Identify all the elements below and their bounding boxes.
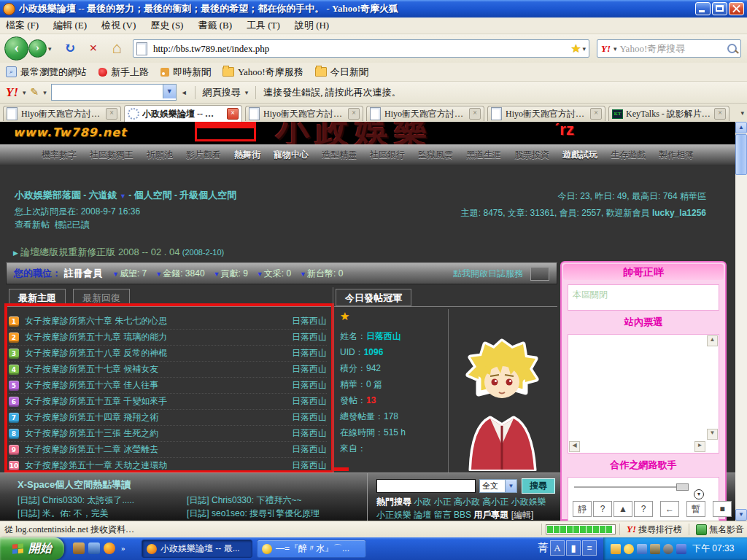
bookmark-today-news[interactable]: 今日新聞	[315, 66, 368, 79]
blog-service-icon[interactable]	[530, 267, 549, 281]
forum-search-input[interactable]	[376, 479, 476, 493]
player-volume-icon[interactable]: ▾	[694, 489, 704, 499]
menu-history[interactable]: 歷史 (S)	[150, 19, 183, 32]
network-tray-icon[interactable]	[637, 544, 647, 554]
tab-close-icon[interactable]: ×	[348, 108, 360, 120]
scroll-down-icon[interactable]: ▼	[707, 429, 718, 440]
xspace-entry[interactable]: [日誌] seo1seo: 搜尋引擎優化原理	[187, 508, 320, 520]
tab-today-champion[interactable]: 今日發帖冠軍	[336, 289, 411, 306]
player-seek-bar[interactable]	[574, 486, 684, 488]
tab-close-icon[interactable]: ×	[469, 108, 481, 120]
player-stop-button[interactable]: ■	[713, 501, 732, 517]
menu-file[interactable]: 檔案 (F)	[6, 19, 39, 32]
nav-link[interactable]: 社區銀行	[370, 149, 405, 161]
nav-link[interactable]: 遊戲試玩	[562, 149, 597, 161]
tab-3[interactable]: Hiyo衝天跑官方討… ×	[245, 106, 363, 121]
nav-link[interactable]: 製作相簿	[659, 149, 694, 161]
quicklaunch-overflow-icon[interactable]: »	[121, 543, 125, 552]
close-button[interactable]	[729, 2, 744, 15]
nav-link[interactable]: 監獄風雲	[418, 149, 453, 161]
tab-4[interactable]: Hiyo衝天跑官方討… ×	[366, 106, 484, 121]
open-blog-link[interactable]: 點我開啟日誌服務	[453, 268, 523, 280]
yahoo-menu-dropdown-icon[interactable]: ▾	[23, 89, 26, 96]
menu-view[interactable]: 檢視 (V)	[101, 19, 136, 32]
reload-button[interactable]: ↻	[61, 39, 79, 57]
scrollbar-down-icon[interactable]: ▼	[735, 509, 747, 521]
alert-tray-icon[interactable]	[650, 544, 660, 554]
wretch-video-status[interactable]: 無名影音	[693, 524, 747, 536]
poll-box[interactable]: ▲ ▼ ◀ ►	[568, 334, 719, 454]
search-engine-dropdown-icon[interactable]: ▾	[614, 45, 617, 52]
hot-search-links[interactable]: 小正娛樂 論壇 留言 BBS	[376, 510, 471, 520]
yahoo-search-box[interactable]: Y! ▾ Yahoo!奇摩搜尋	[597, 39, 741, 58]
url-bar[interactable]: ★ ▾	[133, 39, 589, 58]
combo-dropdown-icon[interactable]: ▼	[163, 85, 176, 98]
yahoo-toolbar-search-input[interactable]: ▼	[51, 84, 177, 101]
breadcrumb-site[interactable]: 小政娛樂部落園	[15, 190, 81, 201]
tab-list-dropdown-icon[interactable]: ▾	[740, 109, 744, 117]
task-button-forum[interactable]: 小政娛樂論壇 -- 最...	[142, 540, 252, 558]
scroll-up-icon[interactable]: ▲	[707, 335, 718, 346]
ime-toolbar-icon[interactable]: ≡	[582, 540, 597, 556]
player-seek-handle[interactable]	[676, 483, 689, 491]
bookmark-latest-news[interactable]: 即時新聞	[160, 66, 211, 79]
quicklaunch-icon-2[interactable]	[88, 542, 100, 554]
select-dropdown-icon[interactable]: ▼	[505, 480, 516, 492]
group-dropdown-icon[interactable]: ▼	[120, 192, 126, 200]
quicklaunch-icon-1[interactable]	[73, 542, 85, 554]
url-input[interactable]	[152, 42, 569, 55]
ime-character[interactable]: 菁	[538, 541, 549, 555]
breadcrumb-upgrade[interactable]: 升級個人空間	[179, 190, 236, 201]
scrollbar-up-icon[interactable]: ▲	[735, 122, 747, 133]
nav-link[interactable]: 影片觀看	[186, 149, 221, 161]
player-mute-button[interactable]: 靜	[573, 501, 592, 517]
history-dropdown-icon[interactable]: ▾	[48, 45, 52, 52]
scroll-right-icon[interactable]: ►	[694, 441, 705, 452]
new-member-link[interactable]: lucky_la1256	[652, 208, 706, 218]
display-tray-icon[interactable]	[676, 544, 686, 554]
back-button[interactable]: ‹	[4, 36, 28, 61]
taskbar-clock[interactable]: 下午 07:33	[692, 542, 734, 555]
xspace-entry[interactable]: [日誌] 米。佑: 不，完美	[18, 508, 109, 520]
nav-link[interactable]: 造型精靈	[322, 149, 357, 161]
scroll-left-icon[interactable]: ◀	[569, 441, 580, 452]
page-scrollbar[interactable]: ▲ ▼	[735, 122, 747, 521]
menu-edit[interactable]: 編輯 (E)	[53, 19, 87, 32]
player-pause-button[interactable]: 暫	[686, 501, 705, 517]
menu-help[interactable]: 說明 (H)	[295, 19, 329, 32]
ime-halfwidth-icon[interactable]: ▮	[566, 540, 581, 556]
tab-6[interactable]: KT KeyTalks - 說影解片… ×	[608, 106, 729, 121]
tab-close-icon[interactable]: ×	[590, 108, 602, 120]
task-button-chat[interactable]: —=『醉〃水』⌒...	[257, 540, 366, 558]
nav-link[interactable]: 社區數獨王	[90, 149, 133, 161]
mark-read-link[interactable]: 標記已讀	[55, 219, 90, 230]
announcement[interactable]: ▶ 論壇總版規重新修正版 2008 -- 02 . 04 (2008-2-10)	[13, 246, 224, 259]
ime-mode-icon[interactable]: A	[550, 540, 565, 556]
player-button[interactable]: ▲	[614, 501, 632, 517]
search-scope-select[interactable]: 全文 ▼	[479, 479, 517, 493]
tab-5[interactable]: Hiyo衝天跑官方討… ×	[487, 106, 605, 121]
volume-tray-icon[interactable]	[663, 544, 673, 554]
tab-close-icon[interactable]: ×	[106, 108, 117, 120]
view-new-posts-link[interactable]: 查看新帖	[15, 219, 50, 230]
toolbar-error-message[interactable]: 連接發生錯誤, 請按此再次連接。	[263, 86, 401, 99]
minimize-button[interactable]	[695, 2, 711, 15]
menu-bookmarks[interactable]: 書籤 (B)	[198, 19, 232, 32]
nav-link[interactable]: 機率數字	[42, 149, 77, 161]
start-button[interactable]: 開始	[0, 537, 64, 560]
champion-name-link[interactable]: 日落西山	[366, 331, 401, 341]
bookmark-most-visited[interactable]: ⌕ 最常瀏覽的網站	[6, 66, 87, 79]
menu-tools[interactable]: 工具 (T)	[247, 19, 280, 32]
bookmark-dropdown-icon[interactable]: ▾	[582, 45, 586, 52]
nav-link[interactable]: 生存遊戲	[611, 149, 646, 161]
breadcrumb-space[interactable]: 個人空間	[134, 190, 172, 201]
digest-link[interactable]: 精華區	[680, 191, 706, 201]
tab-1[interactable]: Hiyo衝天跑官方討… ×	[3, 106, 121, 121]
tab-2-active[interactable]: 小政娛樂論壇 -- … ×	[124, 105, 242, 122]
search-icon[interactable]	[727, 44, 737, 53]
tab-close-icon[interactable]: ×	[227, 108, 239, 120]
hot-search-links[interactable]: 小政 小正 高小政 高小正 小政娛樂	[414, 497, 546, 507]
yahoo-logo-icon[interactable]: Y!	[601, 43, 611, 55]
announcement-title[interactable]: 論壇總版規重新修正版 2008 -- 02 . 04	[20, 246, 179, 257]
tab-close-icon[interactable]: ×	[714, 108, 726, 120]
